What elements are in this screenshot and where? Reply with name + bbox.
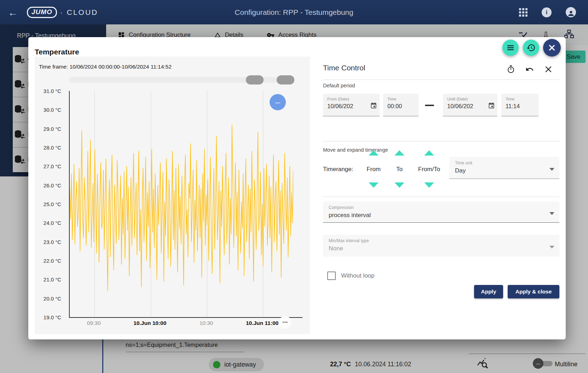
person-icon	[567, 10, 575, 17]
page-title: Configuration: RPP - Testumgebung	[235, 8, 353, 17]
timeframe-text: Time frame: 10/06/2024 00:00:00-10/06/20…	[39, 64, 172, 70]
field-label: Time unit	[455, 161, 555, 165]
compression-select[interactable]: Compression process interval	[323, 202, 559, 223]
line-series	[70, 91, 293, 317]
y-axis-labels: 31.0 °C30.0 °C29.0 °C28.0 °C27.0 °C26.0 …	[35, 91, 65, 317]
chart-menu-button[interactable]: •••	[279, 316, 292, 329]
time-control-panel: Time Control Default period From (Date) …	[323, 57, 559, 334]
field-value: 10/06/202	[447, 103, 494, 110]
y-tick-label: 30.0 °C	[44, 107, 61, 113]
divider	[323, 80, 559, 80]
field-value: None	[329, 245, 555, 252]
divider	[323, 141, 559, 141]
y-tick-label: 19.0 °C	[44, 314, 61, 320]
default-period-label: Default period	[323, 83, 355, 88]
stepper-down-arrow[interactable]	[424, 182, 434, 188]
list-icon	[506, 43, 515, 52]
field-label: Until (Date)	[447, 97, 494, 101]
without-loop-label: Without loop	[341, 272, 375, 279]
user-avatar[interactable]	[566, 7, 576, 17]
until-date-field[interactable]: Until (Date) 10/06/202	[443, 94, 497, 116]
stepper-up-arrow[interactable]	[424, 150, 434, 156]
temperature-plot[interactable]	[69, 91, 293, 317]
calendar-icon[interactable]	[370, 102, 377, 111]
close-icon	[548, 44, 556, 52]
y-tick-label: 27.0 °C	[44, 163, 61, 169]
x-tick-label: 10:30	[200, 320, 213, 326]
info-icon[interactable]: i	[542, 7, 552, 17]
x-tick-label: 10.Jun 10:00	[133, 320, 166, 326]
stepper-down-arrow[interactable]	[394, 182, 404, 188]
dialog-close-button[interactable]	[543, 39, 561, 57]
stepper-down-arrow[interactable]	[369, 182, 379, 188]
x-tick-label: 09:30	[87, 320, 101, 326]
app-header: ← JUMO · CLOUD Configuration: RPP - Test…	[0, 0, 588, 24]
from-time-field[interactable]: Time 00:00	[383, 94, 419, 116]
y-tick-label: 22.0 °C	[44, 258, 61, 264]
calendar-icon[interactable]	[488, 102, 495, 111]
field-value: 11:14	[506, 103, 535, 110]
field-label: From (Date)	[327, 97, 376, 101]
y-tick-label: 31.0 °C	[44, 88, 61, 94]
minmax-interval-select[interactable]: Min/Max interval type None	[323, 235, 559, 257]
y-tick-label: 28.0 °C	[44, 145, 61, 151]
stepper-label: From/To	[412, 166, 446, 173]
time-control-title: Time Control	[323, 64, 365, 72]
screen: ← JUMO · CLOUD Configuration: RPP - Test…	[0, 0, 588, 373]
jumo-logo: JUMO	[27, 7, 57, 18]
y-tick-label: 24.0 °C	[44, 220, 61, 226]
stepper-up-arrow[interactable]	[369, 150, 379, 156]
y-tick-label: 23.0 °C	[44, 239, 61, 245]
from-date-field[interactable]: From (Date) 10/06/202	[323, 94, 380, 116]
apps-grid-icon[interactable]	[519, 8, 528, 17]
apply-button[interactable]: Apply	[474, 285, 503, 298]
without-loop-checkbox-row[interactable]: Without loop	[327, 272, 375, 280]
temperature-dialog: Temperature Time frame: 10/06/2024 00:00…	[28, 37, 566, 339]
history-button[interactable]	[523, 40, 539, 56]
divider	[323, 197, 559, 197]
checkbox-unchecked[interactable]	[327, 272, 336, 280]
field-value: 10/06/202	[327, 103, 376, 110]
header-actions: i	[519, 7, 576, 17]
brand-logo: JUMO · CLOUD	[27, 7, 98, 18]
range-dash	[425, 105, 434, 106]
y-tick-label: 29.0 °C	[44, 126, 61, 132]
x-axis-line	[69, 317, 302, 318]
cloud-logo-text: · CLOUD	[60, 8, 98, 17]
timer-icon-button[interactable]	[507, 65, 515, 75]
y-tick-label: 25.0 °C	[44, 201, 61, 207]
time-range-slider[interactable]	[69, 77, 294, 83]
back-button[interactable]: ←	[5, 5, 21, 20]
stepper-from-to: From/To	[412, 150, 446, 188]
time-unit-select[interactable]: Time unit Day	[449, 157, 559, 179]
stepper-label: To	[390, 166, 409, 173]
panel-close-icon-button[interactable]	[544, 65, 553, 75]
list-view-button[interactable]	[502, 40, 519, 56]
undo-icon-button[interactable]	[525, 65, 534, 75]
slider-handle-right[interactable]	[277, 75, 294, 84]
timerange-label: Timerange:	[323, 166, 353, 173]
slider-handle-left[interactable]	[246, 75, 264, 84]
y-tick-label: 26.0 °C	[44, 182, 61, 188]
y-tick-label: 21.0 °C	[44, 276, 61, 282]
x-tick-label: 10.Jun 11:00	[246, 320, 278, 326]
until-time-field[interactable]: Time 11:14	[501, 94, 538, 116]
field-label: Time	[387, 97, 415, 101]
chevron-down-icon	[549, 168, 554, 171]
x-axis-labels: 09:3010.Jun 10:0010:3010.Jun 11:00	[69, 320, 293, 328]
field-label: Compression	[329, 205, 555, 210]
history-icon	[526, 43, 536, 52]
apply-close-button[interactable]: Apply & close	[508, 285, 559, 298]
dialog-title: Temperature	[35, 48, 79, 56]
field-label: Min/Max interval type	[329, 238, 555, 243]
stepper-to: To	[390, 150, 409, 188]
stepper-from: From	[361, 150, 386, 188]
field-label: Time	[506, 97, 535, 101]
field-value: process interval	[329, 212, 555, 219]
field-value: Day	[455, 167, 555, 174]
stepper-up-arrow[interactable]	[394, 150, 404, 156]
y-tick-label: 20.0 °C	[44, 296, 61, 302]
chart-panel: Time frame: 10/06/2024 00:00:00-10/06/20…	[35, 57, 310, 334]
field-value: 00:00	[387, 103, 415, 110]
stepper-label: From	[361, 166, 386, 173]
